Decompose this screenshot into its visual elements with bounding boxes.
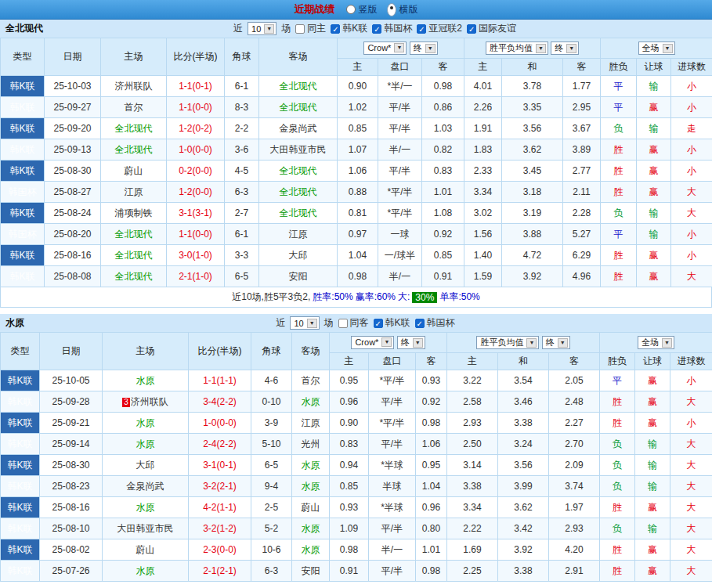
asian-final-select[interactable]: 终 ▼ <box>410 41 438 55</box>
scope-select[interactable]: 全场 ▼ <box>638 336 674 349</box>
games-label: 场 <box>324 316 334 330</box>
result-outcome: 负 <box>600 476 635 497</box>
match-date: 25-08-16 <box>45 245 101 266</box>
layout-toggle: 竖版横版 <box>346 3 418 16</box>
checkbox-checked-icon[interactable] <box>374 319 383 328</box>
europe-away-odds: 2.05 <box>549 370 600 391</box>
filter-checkbox[interactable]: 国际友谊 <box>467 22 516 35</box>
checkbox-checked-icon[interactable] <box>467 24 476 34</box>
checkbox-checked-icon[interactable] <box>417 24 426 34</box>
asian-final-select[interactable]: 终 ▼ <box>397 336 425 349</box>
radio-unselected-icon[interactable] <box>346 5 356 14</box>
col-type: 类型 <box>1 333 40 370</box>
filter-checkbox[interactable]: 亚冠联2 <box>417 22 462 35</box>
league-type: 韩K联 <box>1 245 45 266</box>
odds-company-select[interactable]: Crow* ▼ <box>351 336 394 349</box>
europe-source-select[interactable]: 胜平负均值 ▼ <box>476 336 539 349</box>
match-count-select[interactable]: 10 ▼ <box>290 316 319 330</box>
europe-home-odds: 3.38 <box>447 476 498 497</box>
asian-away-odds: 0.91 <box>422 266 464 287</box>
asian-handicap: *半球 <box>369 497 416 518</box>
result-handicap: 输 <box>635 455 670 476</box>
checkbox-checked-icon[interactable] <box>372 24 381 34</box>
away-team: 水原 <box>292 391 330 413</box>
checkbox-checked-icon[interactable] <box>415 319 425 328</box>
away-team: 水原 <box>292 455 330 476</box>
score: 1-1(1-1) <box>189 370 251 391</box>
checkbox-checked-icon[interactable] <box>331 24 340 34</box>
score: 3-4(2-2) <box>189 391 251 413</box>
games-label: 场 <box>281 22 291 35</box>
match-date: 25-08-10 <box>40 518 103 539</box>
europe-home-odds: 3.34 <box>447 497 498 518</box>
europe-final-select[interactable]: 终 ▼ <box>551 41 579 55</box>
home-team: 水原 <box>103 497 189 518</box>
chevron-down-icon: ▼ <box>264 24 274 34</box>
col-away: 客场 <box>259 38 338 76</box>
section-divider <box>0 308 712 314</box>
europe-home-odds: 4.01 <box>464 76 502 97</box>
match-count-select[interactable]: 10 ▼ <box>248 22 276 35</box>
radio-label: 竖版 <box>359 3 378 16</box>
filters-1: 近 10 ▼ 场 同主韩K联韩国杯亚冠联2国际友谊 <box>43 22 707 35</box>
radio-selected-icon[interactable] <box>387 3 396 16</box>
result-goals: 大 <box>670 497 712 518</box>
col-europe-away: 客 <box>549 353 600 370</box>
result-goals: 大 <box>670 518 712 539</box>
filter-checkbox[interactable]: 韩K联 <box>374 316 410 330</box>
col-asian-home: 主 <box>330 353 369 370</box>
team-name: 水原 <box>5 316 24 330</box>
europe-home-odds: 1.59 <box>464 266 502 287</box>
league-type: 韩K联 <box>1 76 45 97</box>
asian-away-odds: 0.96 <box>416 497 447 518</box>
checkbox-label: 韩K联 <box>385 316 410 330</box>
filter-checkbox[interactable]: 韩国杯 <box>415 316 455 330</box>
filter-checkbox[interactable]: 韩国杯 <box>372 22 412 35</box>
score: 2-1(2-1) <box>189 561 251 582</box>
europe-draw-odds: 3.19 <box>502 203 563 224</box>
league-type: 韩K联 <box>1 161 45 182</box>
league-type: 韩K联 <box>1 413 40 434</box>
europe-away-odds: 2.93 <box>549 518 600 539</box>
summary-text: 单率:50% <box>439 290 479 304</box>
europe-final-select[interactable]: 终 ▼ <box>542 336 570 349</box>
filter-checkbox[interactable]: 韩K联 <box>331 22 367 35</box>
europe-final-value: 终 <box>555 42 563 54</box>
scope-select[interactable]: 全场 ▼ <box>638 41 675 55</box>
europe-away-odds: 2.77 <box>563 161 601 182</box>
score: 2-3(0-0) <box>189 539 251 561</box>
home-team: 全北现代 <box>101 118 167 139</box>
checkbox-unchecked-icon[interactable] <box>338 319 348 328</box>
asian-handicap: 平/半 <box>378 97 422 118</box>
filter-checkbox[interactable]: 同主 <box>295 22 326 35</box>
match-row: 韩国杯25-08-20全北现代1-1(0-0)6-1江原0.97一球0.921.… <box>1 224 712 245</box>
result-handicap: 赢 <box>635 370 670 391</box>
team-section-header-2: 水原 近 10 ▼ 场 同客韩K联韩国杯 <box>0 314 712 332</box>
match-row: 韩K联25-09-27首尔1-1(0-0)8-3全北现代1.02平/半0.862… <box>1 97 712 118</box>
corner-score: 10-6 <box>251 539 292 561</box>
europe-home-odds: 3.02 <box>464 203 502 224</box>
asian-away-odds: 0.98 <box>416 413 447 434</box>
odds-company-select[interactable]: Crow* ▼ <box>363 41 407 55</box>
corner-score: 0-10 <box>251 391 292 413</box>
filter-checkbox[interactable]: 同客 <box>338 316 369 330</box>
layout-radio[interactable]: 竖版 <box>346 3 378 16</box>
result-handicap: 输 <box>635 518 670 539</box>
layout-radio[interactable]: 横版 <box>387 3 418 16</box>
asian-home-odds: 1.04 <box>338 245 378 266</box>
result-outcome: 负 <box>600 455 635 476</box>
score: 3-2(2-1) <box>189 476 251 497</box>
checkbox-unchecked-icon[interactable] <box>295 24 305 34</box>
result-outcome: 胜 <box>600 413 635 434</box>
col-score: 比分(半场) <box>167 38 225 76</box>
asian-away-odds: 0.85 <box>422 245 464 266</box>
checkbox-label: 韩K联 <box>342 22 367 35</box>
europe-away-odds: 2.11 <box>563 182 601 203</box>
match-row: 韩K联25-08-30蔚山0-2(0-0)4-5全北现代1.06平/半0.832… <box>1 161 712 182</box>
asian-home-odds: 0.90 <box>330 413 369 434</box>
big-rate-badge: 30% <box>412 292 437 303</box>
asian-handicap: 一/球半 <box>378 245 422 266</box>
europe-source-select[interactable]: 胜平负均值 ▼ <box>486 41 548 55</box>
result-handicap: 赢 <box>635 539 670 561</box>
away-team: 蔚山 <box>292 497 330 518</box>
